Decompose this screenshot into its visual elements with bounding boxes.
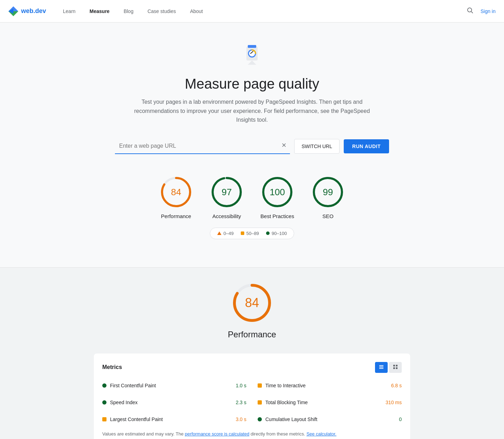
score-number-0: 84 bbox=[171, 186, 181, 197]
metric-label-0: First Contentful Paint bbox=[110, 383, 156, 388]
performance-score-big: 84 Performance bbox=[94, 282, 410, 339]
switch-url-button[interactable]: SWITCH URL bbox=[294, 139, 340, 154]
metric-label-1: Time to Interactive bbox=[265, 383, 306, 388]
triangle-icon bbox=[217, 231, 221, 235]
url-input-wrapper bbox=[115, 139, 290, 154]
close-icon bbox=[281, 142, 287, 148]
metrics-view-buttons bbox=[375, 362, 402, 373]
score-item-accessibility: 97 Accessibility bbox=[210, 175, 244, 219]
score-circle-3: 99 bbox=[311, 175, 345, 209]
metrics-header: Metrics bbox=[102, 362, 402, 373]
metric-value-1: 6.8 s bbox=[391, 383, 402, 388]
metric-note-text: Values are estimated and may vary. The bbox=[102, 431, 185, 437]
svg-point-3 bbox=[468, 8, 472, 12]
performance-detail: 84 Performance Metrics bbox=[0, 268, 504, 439]
nav-learn[interactable]: Learn bbox=[57, 6, 81, 17]
metrics-grid: First Contentful Paint 1.0 s Time to Int… bbox=[102, 380, 402, 425]
legend-range-high: 90–100 bbox=[272, 231, 287, 236]
metric-value-2: 2.3 s bbox=[236, 400, 246, 405]
score-label-3: SEO bbox=[322, 213, 334, 219]
svg-line-4 bbox=[471, 12, 473, 13]
metric-dot-1 bbox=[258, 383, 262, 388]
legend-range-low: 0–49 bbox=[224, 231, 234, 236]
svg-rect-20 bbox=[379, 365, 383, 366]
metric-row-5: Cumulative Layout Shift 0 bbox=[258, 414, 402, 425]
nav-links: Learn Measure Blog Case studies About bbox=[57, 6, 465, 17]
score-item-seo: 99 SEO bbox=[311, 175, 345, 219]
metric-note-mid: directly from these metrics. bbox=[251, 431, 306, 437]
search-icon bbox=[466, 7, 473, 14]
metric-left-4: Largest Contentful Paint bbox=[102, 416, 163, 422]
performance-detail-inner: 84 Performance Metrics bbox=[94, 282, 410, 439]
metric-dot-4 bbox=[102, 417, 106, 421]
list-view-button[interactable] bbox=[375, 362, 388, 373]
metric-value-4: 3.0 s bbox=[236, 416, 246, 422]
metric-note: Values are estimated and may vary. The p… bbox=[102, 431, 402, 438]
metric-row-1: Time to Interactive 6.8 s bbox=[258, 380, 402, 391]
score-item-best-practices: 100 Best Practices bbox=[260, 175, 294, 219]
metric-row-0: First Contentful Paint 1.0 s bbox=[102, 380, 246, 391]
url-bar: SWITCH URL RUN AUDIT bbox=[115, 139, 389, 154]
score-number-1: 97 bbox=[222, 186, 232, 197]
square-icon bbox=[241, 231, 244, 235]
url-clear-button[interactable] bbox=[281, 142, 287, 150]
metric-left-0: First Contentful Paint bbox=[102, 383, 156, 388]
hero-description: Test your pages in a lab environment pow… bbox=[129, 97, 375, 125]
nav-right: Sign in bbox=[465, 5, 496, 17]
tree-view-icon bbox=[393, 364, 398, 370]
navigation: web.dev Learn Measure Blog Case studies … bbox=[0, 0, 504, 23]
score-label-0: Performance bbox=[161, 213, 191, 219]
dot-icon bbox=[266, 231, 270, 235]
metric-row-4: Largest Contentful Paint 3.0 s bbox=[102, 414, 246, 425]
nav-blog[interactable]: Blog bbox=[118, 6, 139, 17]
metric-label-3: Total Blocking Time bbox=[265, 400, 308, 405]
nav-case-studies[interactable]: Case studies bbox=[142, 6, 182, 17]
search-icon-button[interactable] bbox=[465, 5, 475, 17]
big-score-number: 84 bbox=[245, 295, 259, 310]
performance-score-link[interactable]: performance score is calculated bbox=[185, 431, 250, 437]
score-label-2: Best Practices bbox=[260, 213, 294, 219]
legend-item-90-100: 90–100 bbox=[266, 231, 287, 236]
metric-dot-2 bbox=[102, 400, 106, 405]
metric-row-3: Total Blocking Time 310 ms bbox=[258, 397, 402, 408]
metric-label-2: Speed Index bbox=[110, 400, 138, 405]
svg-rect-26 bbox=[396, 367, 398, 369]
metric-dot-3 bbox=[258, 400, 262, 405]
nav-measure[interactable]: Measure bbox=[84, 6, 115, 17]
metric-value-0: 1.0 s bbox=[236, 383, 246, 388]
score-circle-2: 100 bbox=[260, 175, 294, 209]
scores-section: 84 Performance 97 Accessibility 100 Best… bbox=[8, 175, 496, 253]
legend: 0–49 50–89 90–100 bbox=[210, 228, 294, 239]
logo-text: web.dev bbox=[21, 7, 46, 15]
score-item-performance: 84 Performance bbox=[159, 175, 193, 219]
score-circle-0: 84 bbox=[159, 175, 193, 209]
metrics-section: Metrics bbox=[94, 354, 410, 439]
hero-title: Measure page quality bbox=[8, 76, 496, 92]
metric-left-2: Speed Index bbox=[102, 400, 138, 405]
metric-label-5: Cumulative Layout Shift bbox=[265, 416, 317, 422]
legend-item-0-49: 0–49 bbox=[217, 231, 234, 236]
lighthouse-logo bbox=[241, 44, 263, 66]
svg-rect-22 bbox=[379, 368, 383, 369]
score-number-3: 99 bbox=[323, 186, 333, 197]
metric-value-3: 310 ms bbox=[386, 400, 402, 405]
logo[interactable]: web.dev bbox=[8, 6, 46, 16]
list-view-icon bbox=[379, 364, 384, 370]
svg-rect-25 bbox=[393, 367, 395, 369]
metric-value-5: 0 bbox=[399, 416, 402, 422]
tree-view-button[interactable] bbox=[389, 362, 402, 373]
scores-grid: 84 Performance 97 Accessibility 100 Best… bbox=[17, 175, 487, 219]
run-audit-button[interactable]: RUN AUDIT bbox=[344, 139, 389, 153]
metric-left-1: Time to Interactive bbox=[258, 383, 306, 388]
sign-in-button[interactable]: Sign in bbox=[480, 8, 496, 14]
legend-item-50-89: 50–89 bbox=[241, 231, 259, 236]
legend-range-mid: 50–89 bbox=[246, 231, 259, 236]
svg-rect-24 bbox=[396, 365, 398, 367]
metric-label-4: Largest Contentful Paint bbox=[110, 416, 163, 422]
metric-row-2: Speed Index 2.3 s bbox=[102, 397, 246, 408]
metric-dot-0 bbox=[102, 383, 106, 388]
url-input[interactable] bbox=[115, 139, 290, 153]
nav-about[interactable]: About bbox=[185, 6, 209, 17]
calculator-link[interactable]: See calculator. bbox=[306, 431, 336, 437]
metric-left-5: Cumulative Layout Shift bbox=[258, 416, 317, 422]
